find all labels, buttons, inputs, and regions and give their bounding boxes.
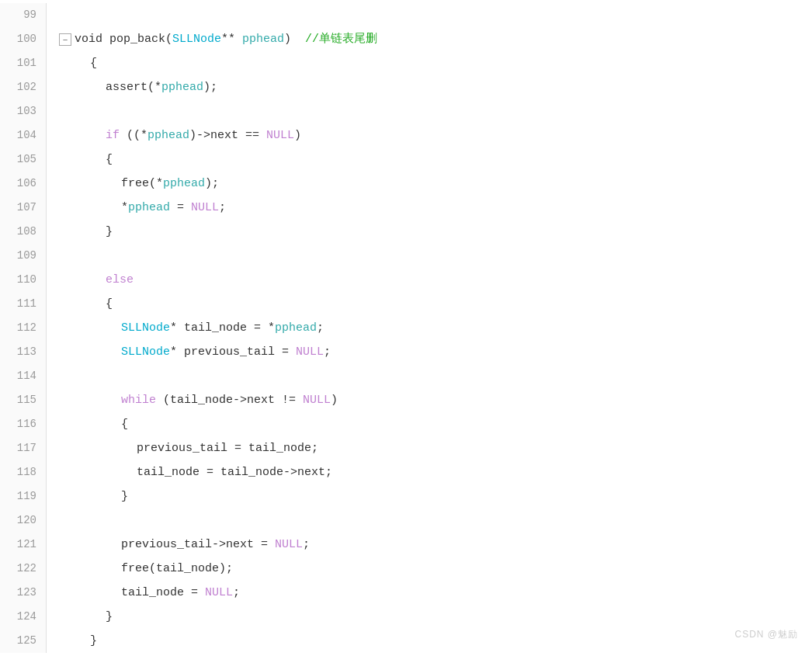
token-plain: tail_node = tail_node->next; bbox=[137, 460, 332, 484]
token-plain: { bbox=[121, 412, 128, 436]
line-number: 119 bbox=[0, 484, 36, 508]
token-plain: ); bbox=[203, 75, 217, 99]
code-line: { bbox=[59, 292, 812, 316]
code-line: tail_node = NULL; bbox=[59, 581, 812, 605]
code-line: { bbox=[59, 148, 812, 172]
token-plain: * tail_node = * bbox=[170, 316, 275, 340]
code-line: *pphead = NULL; bbox=[59, 196, 812, 220]
code-line: previous_tail->next = NULL; bbox=[59, 533, 812, 557]
token-plain: ; bbox=[324, 340, 331, 364]
fold-icon[interactable]: − bbox=[59, 33, 71, 46]
line-number: 123 bbox=[0, 581, 36, 605]
token-plain: ) bbox=[331, 388, 338, 412]
token-plain: ) bbox=[294, 123, 301, 148]
line-number: 117 bbox=[0, 436, 36, 460]
line-number: 105 bbox=[0, 148, 36, 172]
token-plain: ((* bbox=[120, 123, 147, 148]
token-plain: ; bbox=[233, 581, 240, 605]
token-plain: * bbox=[121, 196, 128, 220]
token-plain: { bbox=[90, 51, 97, 75]
code-line bbox=[59, 364, 812, 388]
line-number: 121 bbox=[0, 533, 36, 557]
watermark: CSDN @魅励 bbox=[734, 623, 798, 647]
token-fn: free bbox=[121, 172, 149, 196]
line-number: 102 bbox=[0, 75, 36, 99]
token-plain: } bbox=[90, 629, 97, 653]
token-plain: previous_tail = tail_node; bbox=[137, 436, 318, 460]
line-number: 115 bbox=[0, 388, 36, 412]
code-line: assert(*pphead); bbox=[59, 75, 812, 99]
token-plain: void bbox=[75, 27, 109, 51]
code-line: free(tail_node); bbox=[59, 557, 812, 581]
code-line: } bbox=[59, 220, 812, 244]
token-plain: ); bbox=[205, 172, 219, 196]
code-line bbox=[59, 244, 812, 268]
line-number: 103 bbox=[0, 99, 36, 123]
token-fn: free bbox=[121, 557, 149, 581]
code-line bbox=[59, 99, 812, 123]
code-line: SLLNode* tail_node = *pphead; bbox=[59, 316, 812, 340]
line-number: 125 bbox=[0, 629, 36, 653]
token-kw: NULL bbox=[296, 340, 324, 364]
token-plain: ; bbox=[317, 316, 324, 340]
code-line: if ((*pphead)->next == NULL) bbox=[59, 123, 812, 148]
token-kw: NULL bbox=[303, 388, 331, 412]
code-line: tail_node = tail_node->next; bbox=[59, 460, 812, 484]
code-line: free(*pphead); bbox=[59, 172, 812, 196]
token-kw: NULL bbox=[205, 581, 233, 605]
token-plain: } bbox=[106, 605, 113, 629]
token-plain: { bbox=[106, 148, 113, 172]
line-number: 101 bbox=[0, 51, 36, 75]
token-fn: assert bbox=[106, 75, 147, 99]
token-param: pphead bbox=[147, 123, 189, 148]
code-line: } bbox=[59, 484, 812, 508]
token-plain: = bbox=[170, 196, 191, 220]
token-plain: ** bbox=[221, 27, 242, 51]
code-line bbox=[59, 508, 812, 533]
token-kw: NULL bbox=[266, 123, 294, 148]
line-number: 110 bbox=[0, 268, 36, 292]
code-line: else bbox=[59, 268, 812, 292]
code-line: SLLNode* previous_tail = NULL; bbox=[59, 340, 812, 364]
line-numbers: 9910010110210310410510610710810911011111… bbox=[0, 3, 47, 653]
line-number: 99 bbox=[0, 3, 36, 27]
line-number: 104 bbox=[0, 123, 36, 148]
line-number: 124 bbox=[0, 605, 36, 629]
line-number: 111 bbox=[0, 292, 36, 316]
token-type: SLLNode bbox=[172, 27, 221, 51]
token-type: SLLNode bbox=[121, 316, 170, 340]
token-plain: * previous_tail = bbox=[170, 340, 296, 364]
token-comment: //单链表尾删 bbox=[305, 27, 377, 51]
token-plain: tail_node = bbox=[121, 581, 205, 605]
code-container: 9910010110210310410510610710810911011111… bbox=[0, 0, 812, 656]
token-kw: else bbox=[106, 268, 134, 292]
token-plain: (tail_node); bbox=[149, 557, 233, 581]
line-number: 100 bbox=[0, 27, 36, 51]
token-plain: ( bbox=[165, 27, 172, 51]
token-plain: )->next == bbox=[189, 123, 266, 148]
token-plain: { bbox=[106, 292, 113, 316]
token-kw: NULL bbox=[275, 533, 303, 557]
code-line: { bbox=[59, 412, 812, 436]
token-param: pphead bbox=[275, 316, 317, 340]
code-line: −void pop_back(SLLNode** pphead) //单链表尾删 bbox=[59, 27, 812, 51]
token-kw: if bbox=[106, 123, 120, 148]
code-line: } bbox=[59, 605, 812, 629]
token-plain: previous_tail->next = bbox=[121, 533, 275, 557]
token-plain: (* bbox=[149, 172, 163, 196]
token-plain: (* bbox=[147, 75, 161, 99]
line-number: 108 bbox=[0, 220, 36, 244]
line-number: 122 bbox=[0, 557, 36, 581]
code-line: previous_tail = tail_node; bbox=[59, 436, 812, 460]
code-line: { bbox=[59, 51, 812, 75]
token-kw: while bbox=[121, 388, 156, 412]
token-param: pphead bbox=[161, 75, 203, 99]
line-number: 118 bbox=[0, 460, 36, 484]
token-plain: } bbox=[106, 220, 113, 244]
line-number: 114 bbox=[0, 364, 36, 388]
line-number: 109 bbox=[0, 244, 36, 268]
token-type: SLLNode bbox=[121, 340, 170, 364]
token-plain: ; bbox=[303, 533, 310, 557]
token-param: pphead bbox=[163, 172, 205, 196]
code-line: while (tail_node->next != NULL) bbox=[59, 388, 812, 412]
